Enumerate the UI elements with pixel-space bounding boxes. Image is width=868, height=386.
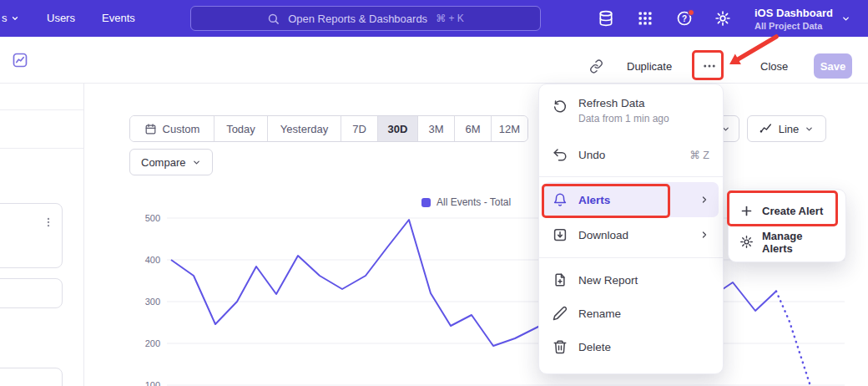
apps-grid-icon[interactable] — [637, 10, 654, 27]
menu-item-refresh-data[interactable]: Refresh Data Data from 1 min ago — [539, 93, 723, 138]
chart-legend[interactable]: All Events - Total — [421, 196, 511, 208]
close-button[interactable]: Close — [760, 60, 788, 73]
report-header — [0, 37, 868, 84]
pencil-icon — [553, 306, 568, 321]
bell-icon — [553, 192, 568, 207]
sidebar-card[interactable] — [0, 278, 63, 308]
menu-divider — [539, 176, 723, 177]
menu-item-label: Refresh Data — [578, 97, 669, 109]
menu-shortcut: ⌘ Z — [689, 149, 709, 161]
svg-text:200: 200 — [145, 338, 160, 348]
project-name: iOS Dashboard — [754, 7, 833, 19]
date-30d-button[interactable]: 30D — [377, 116, 417, 141]
chevron-right-icon — [699, 230, 709, 240]
search-shortcut: ⌘ + K — [436, 13, 464, 24]
chevron-down-icon — [805, 124, 814, 134]
kebab-menu-icon[interactable] — [43, 214, 54, 231]
ellipsis-icon — [702, 58, 717, 74]
new-report-icon — [553, 272, 568, 287]
sidebar-card[interactable] — [0, 203, 63, 268]
sidebar-row-divider — [0, 109, 83, 110]
menu-divider — [539, 257, 723, 258]
legend-swatch — [421, 198, 431, 207]
project-picker[interactable]: iOS Dashboard All Project Data — [754, 3, 850, 33]
gear-icon[interactable] — [714, 10, 731, 27]
svg-text:400: 400 — [145, 255, 160, 265]
data-icon[interactable] — [598, 10, 614, 27]
search-icon — [267, 13, 280, 25]
sidebar-divider — [83, 84, 84, 386]
date-12m-button[interactable]: 12M — [491, 116, 527, 141]
compare-label: Compare — [141, 156, 185, 169]
nav-item-users[interactable]: Users — [47, 12, 75, 24]
compare-button[interactable]: Compare — [129, 149, 213, 175]
chart-type-label: Line — [779, 123, 800, 135]
plus-icon — [739, 204, 754, 218]
duplicate-button[interactable]: Duplicate — [627, 60, 672, 73]
menu-item-label: Undo — [578, 149, 605, 161]
more-options-button[interactable] — [695, 53, 723, 79]
sidebar-card[interactable] — [0, 368, 63, 386]
submenu-item-label: Create Alert — [762, 205, 823, 217]
chevron-down-icon — [11, 14, 19, 23]
menu-item-label: Alerts — [578, 194, 610, 206]
download-icon — [553, 227, 568, 242]
menu-item-alerts[interactable]: Alerts — [543, 182, 719, 217]
date-3m-button[interactable]: 3M — [417, 116, 454, 141]
context-menu: Refresh Data Data from 1 min ago Undo ⌘ … — [538, 84, 724, 374]
menu-item-label: Rename — [578, 307, 621, 320]
trash-icon — [553, 339, 568, 354]
refresh-icon — [553, 99, 568, 114]
nav-item-boards-partial[interactable]: s — [2, 12, 19, 24]
nav-item-events[interactable]: Events — [102, 12, 135, 24]
undo-icon — [553, 147, 568, 162]
date-today-button[interactable]: Today — [214, 116, 267, 141]
save-button[interactable]: Save — [814, 53, 852, 79]
search-placeholder: Open Reports & Dashboards — [288, 13, 427, 25]
chevron-right-icon — [699, 195, 709, 205]
date-yesterday-button[interactable]: Yesterday — [267, 116, 341, 141]
submenu-item-create-alert[interactable]: Create Alert — [729, 196, 845, 226]
nav-fragment-label: s — [2, 12, 8, 24]
menu-item-new-report[interactable]: New Report — [539, 263, 723, 297]
legend-label: All Events - Total — [437, 196, 511, 208]
svg-text:100: 100 — [145, 380, 160, 386]
menu-item-subtitle: Data from 1 min ago — [578, 113, 669, 124]
top-navbar: s Users Events Open Reports & Dashboards… — [0, 0, 868, 37]
menu-item-label: Delete — [578, 341, 611, 353]
date-custom-button[interactable]: Custom — [130, 116, 214, 141]
menu-item-download[interactable]: Download — [539, 217, 723, 252]
board-icon — [12, 52, 28, 69]
gear-icon — [739, 235, 754, 249]
line-chart-icon — [760, 122, 773, 135]
date-custom-label: Custom — [163, 123, 200, 135]
menu-item-label: New Report — [578, 274, 638, 287]
menu-item-undo[interactable]: Undo ⌘ Z — [539, 138, 723, 171]
chart-type-button[interactable]: Line — [747, 115, 826, 142]
project-scope: All Project Data — [754, 21, 833, 31]
date-6m-button[interactable]: 6M — [454, 116, 491, 141]
chevron-down-icon — [192, 158, 201, 167]
sidebar-row-divider — [0, 148, 83, 149]
app-window: s Users Events Open Reports & Dashboards… — [0, 0, 868, 386]
notification-dot — [688, 9, 694, 16]
calendar-icon — [144, 123, 157, 135]
menu-item-rename[interactable]: Rename — [539, 297, 723, 330]
alerts-submenu: Create Alert Manage Alerts — [728, 189, 846, 262]
share-link-icon[interactable] — [589, 59, 603, 74]
global-search[interactable]: Open Reports & Dashboards ⌘ + K — [190, 6, 541, 31]
svg-text:500: 500 — [145, 213, 160, 223]
date-range-control: Custom Today Yesterday 7D 30D 3M 6M 12M — [129, 115, 528, 142]
submenu-item-manage-alerts[interactable]: Manage Alerts — [729, 226, 845, 257]
chevron-down-icon — [841, 14, 850, 23]
svg-text:?: ? — [682, 14, 687, 23]
menu-item-delete[interactable]: Delete — [539, 330, 723, 363]
date-7d-button[interactable]: 7D — [341, 116, 377, 141]
submenu-item-label: Manage Alerts — [762, 230, 835, 255]
svg-text:300: 300 — [145, 297, 160, 307]
menu-item-label: Download — [578, 229, 628, 241]
